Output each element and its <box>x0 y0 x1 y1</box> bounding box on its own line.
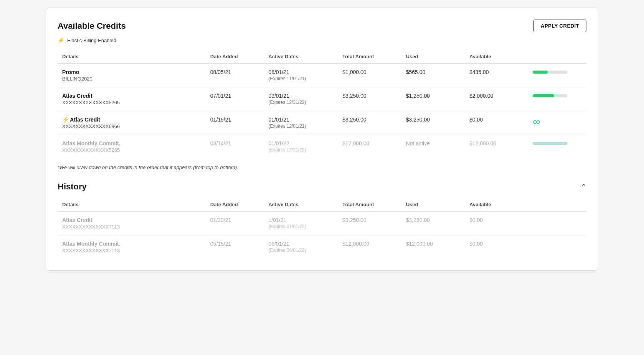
credit-available: $435.00 <box>465 64 528 87</box>
credit-active-dates: 09/01/21(Expires 12/31/22) <box>264 87 338 111</box>
hist-col-used: Used <box>401 198 465 212</box>
credit-used: $12,000.00 <box>401 235 465 259</box>
progress-bar-bg <box>533 71 567 74</box>
credit-name: Atlas Credit <box>62 217 201 223</box>
credits-table-head: Details Date Added Active Dates Total Am… <box>58 50 586 64</box>
credit-total-amount: $12,000.00 <box>338 135 401 159</box>
col-bar <box>528 50 586 64</box>
col-date-added: Date Added <box>206 50 264 64</box>
credit-date-added: 08/05/21 <box>206 64 264 87</box>
credit-bar <box>528 64 586 87</box>
credit-details-credit-4: Atlas Monthly Commit.XXXXXXXXXXXXXX5265 <box>58 135 206 159</box>
credit-details-credit-1: PromoBILLING2020 <box>58 64 206 87</box>
credits-table: Details Date Added Active Dates Total Am… <box>58 50 586 158</box>
credit-name: Atlas Credit <box>62 93 201 99</box>
hist-col-bar <box>528 198 586 212</box>
elastic-badge-label: Elastic Billing Enabled <box>67 38 116 43</box>
progress-bar-container <box>533 93 582 97</box>
credit-name: Promo <box>62 69 201 75</box>
credit-bar <box>528 135 586 159</box>
elastic-badge: ⚡ Elastic Billing Enabled <box>58 37 586 44</box>
credit-used: $565.00 <box>401 64 465 87</box>
progress-bar-container <box>533 140 582 145</box>
history-table-body: Atlas CreditXXXXXXXXXXXXXX711301/20/211/… <box>58 212 586 259</box>
credit-expires: (Expires 06/01/22) <box>268 248 333 253</box>
credit-available: $0.00 <box>465 212 528 235</box>
credit-date-added: 01/20/21 <box>206 212 264 235</box>
credit-details-hist-2: Atlas Monthly Commit.XXXXXXXXXXXXXX7113 <box>58 235 206 259</box>
hist-col-available: Available <box>465 198 528 212</box>
history-table-head: Details Date Added Active Dates Total Am… <box>58 198 586 212</box>
hist-col-details: Details <box>58 198 206 212</box>
credit-used: $3,250.00 <box>401 111 465 135</box>
credit-active-dates: 01/01/21(Expires 12/01/21) <box>264 111 338 135</box>
progress-bar-fill <box>533 94 554 97</box>
credit-date-added: 01/15/21 <box>206 111 264 135</box>
available-credits-header: Available Credits APPLY CREDIT <box>58 20 586 32</box>
footnote: *We will draw down on the credits in the… <box>58 164 586 170</box>
history-title: History <box>58 182 87 192</box>
progress-bar-container <box>533 69 582 74</box>
credit-used: Not active <box>401 135 465 159</box>
hist-col-total-amount: Total Amount <box>338 198 401 212</box>
history-header: History ⌃ <box>58 182 586 192</box>
credit-active-dates: 08/01/21(Expires 11/01/21) <box>264 64 338 87</box>
credit-active-dates: 06/01/21(Expires 06/01/22) <box>264 235 338 259</box>
credit-available: $12,000.00 <box>465 135 528 159</box>
credit-available: $0.00 <box>465 111 528 135</box>
credit-total-amount: $1,000.00 <box>338 64 401 87</box>
apply-credit-button[interactable]: APPLY CREDIT <box>533 20 586 32</box>
col-available: Available <box>465 50 528 64</box>
credit-total-amount: $3,250.00 <box>338 111 401 135</box>
hist-col-active-dates: Active Dates <box>264 198 338 212</box>
credit-expires: (Expires 12/31/22) <box>268 147 333 153</box>
credit-expires: (Expires 12/31/22) <box>268 100 333 105</box>
progress-bar-bg <box>533 94 567 97</box>
credit-code: XXXXXXXXXXXXXX5265 <box>62 147 201 153</box>
col-details: Details <box>58 50 206 64</box>
progress-bar-bg <box>533 142 567 145</box>
credit-code: XXXXXXXXXXXXXX6966 <box>62 123 201 129</box>
page-container: Available Credits APPLY CREDIT ⚡ Elastic… <box>46 8 598 271</box>
credit-date-added: 05/15/21 <box>206 235 264 259</box>
chevron-up-icon[interactable]: ⌃ <box>581 182 586 191</box>
credit-expires: (Expires 01/01/22) <box>268 224 333 229</box>
credit-used: $3,250.00 <box>401 212 465 235</box>
col-total-amount: Total Amount <box>338 50 401 64</box>
credit-date-added: 08/14/21 <box>206 135 264 159</box>
credit-bar <box>528 235 586 259</box>
credit-date-added: 07/01/21 <box>206 87 264 111</box>
credit-name: Atlas Monthly Commit. <box>62 241 201 247</box>
credit-active-dates: 1/01/21(Expires 01/01/22) <box>264 212 338 235</box>
credit-code: BILLING2020 <box>62 76 201 82</box>
history-section: History ⌃ Details Date Added Active Date… <box>58 182 586 259</box>
credits-table-body: PromoBILLING202008/05/2108/01/21(Expires… <box>58 64 586 159</box>
credit-details-credit-3: ⚡ Atlas CreditXXXXXXXXXXXXXX6966 <box>58 111 206 135</box>
hist-col-date-added: Date Added <box>206 198 264 212</box>
credit-code: XXXXXXXXXXXXXX7113 <box>62 248 201 253</box>
col-used: Used <box>401 50 465 64</box>
credit-code: XXXXXXXXXXXXXX7113 <box>62 224 201 230</box>
col-active-dates: Active Dates <box>264 50 338 64</box>
elastic-icon: ⚡ <box>62 117 69 123</box>
bolt-icon: ⚡ <box>58 37 65 44</box>
credit-bar: ∞ <box>528 111 586 135</box>
credit-total-amount: $3,250.00 <box>338 212 401 235</box>
credit-expires: (Expires 11/01/21) <box>268 76 333 81</box>
credit-code: XXXXXXXXXXXXXX5265 <box>62 100 201 105</box>
credit-bar <box>528 212 586 235</box>
page-title: Available Credits <box>58 21 126 31</box>
credit-bar <box>528 87 586 111</box>
credit-details-credit-2: Atlas CreditXXXXXXXXXXXXXX5265 <box>58 87 206 111</box>
credit-available: $2,000.00 <box>465 87 528 111</box>
credit-available: $0.00 <box>465 235 528 259</box>
history-table: Details Date Added Active Dates Total Am… <box>58 198 586 259</box>
credit-active-dates: 01/01/22(Expires 12/31/22) <box>264 135 338 159</box>
progress-bar-fill <box>533 142 567 145</box>
credit-details-hist-1: Atlas CreditXXXXXXXXXXXXXX7113 <box>58 212 206 235</box>
credit-total-amount: $3,250.00 <box>338 87 401 111</box>
credit-name: Atlas Monthly Commit. <box>62 140 201 146</box>
infinity-icon: ∞ <box>533 116 540 127</box>
credit-expires: (Expires 12/01/21) <box>268 123 333 129</box>
credit-total-amount: $12,000.00 <box>338 235 401 259</box>
